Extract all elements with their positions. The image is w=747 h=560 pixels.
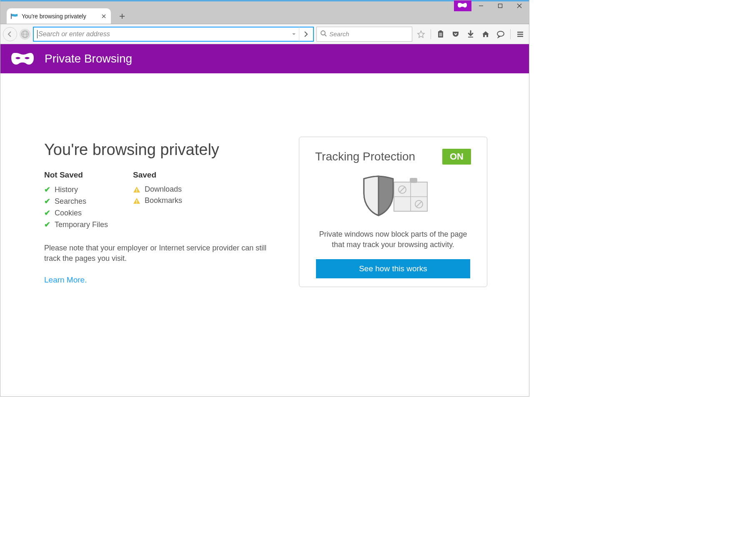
on-badge[interactable]: ON — [442, 149, 471, 165]
list-item-label: Bookmarks — [145, 196, 182, 205]
warning-icon — [133, 197, 140, 205]
list-item: ✔Cookies — [44, 207, 108, 219]
svg-rect-15 — [439, 30, 442, 32]
svg-rect-27 — [136, 202, 137, 203]
list-item-label: Temporary Files — [55, 220, 108, 229]
search-input[interactable] — [329, 30, 409, 38]
tab-close-button[interactable] — [100, 12, 108, 20]
svg-rect-24 — [136, 189, 137, 191]
search-bar[interactable] — [316, 27, 412, 42]
tracking-protection-card: Tracking Protection ON Private windows n… — [299, 137, 487, 287]
tab-strip: You're browsing privately — [0, 0, 529, 24]
clipboard-icon[interactable] — [434, 28, 447, 40]
svg-rect-22 — [517, 34, 523, 35]
disclaimer-note: Please note that your employer or Intern… — [44, 243, 274, 264]
new-tab-button[interactable] — [116, 10, 128, 22]
not-saved-list: ✔History✔Searches✔Cookies✔Temporary File… — [44, 184, 108, 230]
svg-rect-1 — [499, 4, 502, 8]
pocket-icon[interactable] — [449, 28, 462, 40]
svg-rect-16 — [439, 33, 442, 34]
check-icon: ✔ — [44, 220, 50, 229]
go-button[interactable] — [299, 27, 311, 41]
check-icon: ✔ — [44, 197, 50, 206]
private-browsing-header: Private Browsing — [0, 44, 529, 73]
url-bar[interactable] — [33, 27, 314, 42]
back-button[interactable] — [3, 27, 17, 41]
header-title: Private Browsing — [45, 52, 132, 65]
svg-rect-17 — [439, 34, 442, 35]
check-icon: ✔ — [44, 208, 50, 218]
svg-rect-4 — [11, 13, 12, 19]
separator — [431, 29, 431, 39]
svg-rect-26 — [136, 200, 137, 202]
main-heading: You're browsing privately — [44, 141, 274, 159]
downloads-icon[interactable] — [464, 28, 477, 40]
tab-title: You're browsing privately — [22, 13, 97, 20]
menu-icon[interactable] — [514, 28, 526, 40]
separator — [510, 29, 511, 39]
svg-rect-21 — [517, 32, 523, 33]
window-close-button[interactable] — [510, 0, 529, 11]
svg-point-12 — [321, 31, 325, 35]
url-dropdown-icon[interactable] — [289, 29, 299, 39]
chat-icon[interactable] — [494, 28, 507, 40]
list-item-label: Downloads — [145, 185, 182, 194]
list-item-label: History — [55, 185, 78, 194]
text-cursor — [37, 30, 38, 38]
browser-tab[interactable]: You're browsing privately — [7, 8, 111, 24]
nav-toolbar — [0, 24, 529, 44]
window-maximize-button[interactable] — [491, 0, 510, 11]
globe-icon — [20, 29, 30, 40]
learn-more-link[interactable]: Learn More. — [44, 275, 87, 284]
check-icon: ✔ — [44, 185, 50, 194]
window-minimize-button[interactable] — [471, 0, 491, 11]
url-input[interactable] — [38, 30, 289, 38]
list-item: Bookmarks — [133, 195, 182, 206]
saved-list: DownloadsBookmarks — [133, 184, 182, 206]
bookmark-star-icon[interactable] — [415, 28, 427, 40]
list-item-label: Cookies — [55, 209, 82, 218]
not-saved-label: Not Saved — [44, 170, 108, 180]
private-indicator-badge — [454, 0, 471, 11]
svg-rect-19 — [468, 37, 473, 38]
svg-rect-18 — [439, 35, 442, 36]
home-icon[interactable] — [479, 28, 492, 40]
see-how-button[interactable]: See how this works — [316, 259, 470, 278]
card-description: Private windows now block parts of the p… — [308, 229, 479, 250]
saved-label: Saved — [133, 170, 182, 180]
shield-illustration — [308, 173, 479, 219]
list-item-label: Searches — [55, 197, 86, 206]
search-icon — [320, 30, 327, 38]
svg-rect-25 — [136, 191, 137, 192]
list-item: Downloads — [133, 184, 182, 195]
card-title: Tracking Protection — [315, 150, 415, 163]
mask-icon — [11, 13, 18, 19]
warning-icon — [133, 186, 140, 193]
list-item: ✔History — [44, 184, 108, 195]
mask-icon — [11, 50, 34, 67]
list-item: ✔Temporary Files — [44, 219, 108, 230]
svg-point-20 — [497, 31, 504, 36]
list-item: ✔Searches — [44, 195, 108, 207]
svg-line-13 — [325, 35, 326, 36]
svg-rect-23 — [517, 36, 523, 37]
